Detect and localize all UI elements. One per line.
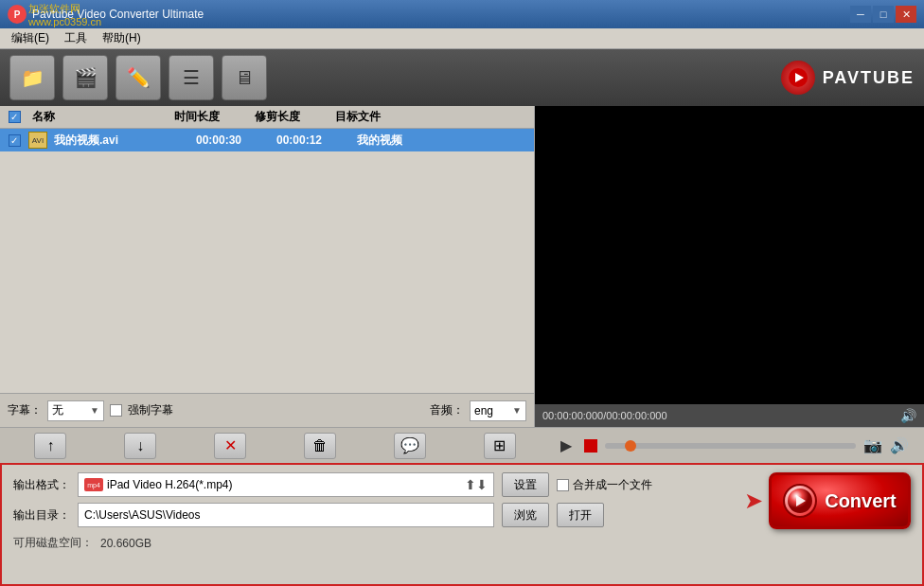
- file-list-body: ✓ AVI 我的视频.avi 00:00:30 00:00:12 我的视频: [0, 129, 534, 393]
- merge-label: 合并成一个文件: [573, 477, 652, 493]
- menu-bar: 编辑(E) 工具 帮助(H): [0, 28, 924, 49]
- move-down-button[interactable]: ↓: [124, 433, 156, 459]
- list-button[interactable]: ☰: [169, 55, 214, 100]
- file-name: 我的视频.avi: [50, 133, 192, 149]
- file-trim: 00:00:12: [273, 133, 353, 147]
- header-trim: 修剪长度: [251, 109, 331, 125]
- file-list-panel: ✓ 名称 时间长度 修剪长度 目标文件 ✓ AVI 我的视频.avi 00:00…: [0, 106, 535, 427]
- remove-button[interactable]: ✕: [214, 433, 246, 459]
- speaker-icon[interactable]: 🔊: [890, 436, 909, 454]
- playback-progress-bar[interactable]: [605, 443, 856, 449]
- open-button[interactable]: 打开: [557, 503, 604, 527]
- main-area: ✓ 名称 时间长度 修剪长度 目标文件 ✓ AVI 我的视频.avi 00:00…: [0, 106, 924, 427]
- format-type-icon: mp4: [84, 478, 103, 491]
- dir-label: 输出目录：: [13, 507, 70, 524]
- output-settings: 输出格式： mp4 iPad Video H.264(*.mp4) ⬆⬇ 设置 …: [13, 472, 720, 551]
- header-check: ✓: [0, 111, 28, 123]
- force-subtitle-checkbox[interactable]: [110, 404, 122, 417]
- disk-space-value: 20.660GB: [100, 535, 151, 550]
- window-controls: ─ □ ✕: [850, 6, 916, 23]
- row-checkbox[interactable]: ✓: [9, 134, 21, 147]
- output-panel: 输出格式： mp4 iPad Video H.264(*.mp4) ⬆⬇ 设置 …: [0, 463, 924, 586]
- close-button[interactable]: ✕: [896, 6, 916, 23]
- subtitle-dropdown-arrow: ▼: [90, 405, 99, 416]
- format-value: iPad Video H.264(*.mp4): [107, 478, 233, 491]
- subtitle-label: 字幕：: [8, 402, 42, 418]
- minimize-button[interactable]: ─: [850, 6, 871, 23]
- grid-button[interactable]: ⊞: [484, 433, 516, 459]
- subtitle-select[interactable]: 无 ▼: [47, 400, 104, 421]
- edit-button[interactable]: ✏️: [116, 55, 161, 100]
- audio-select[interactable]: eng ▼: [470, 400, 526, 421]
- header-duration: 时间长度: [170, 109, 251, 125]
- arrow-icon: ➤: [744, 488, 763, 514]
- format-dropdown-arrow: ⬆⬇: [465, 477, 488, 492]
- move-up-button[interactable]: ↑: [34, 433, 66, 459]
- audio-label: 音频：: [430, 402, 464, 418]
- add-video-button[interactable]: 🎬: [62, 55, 108, 100]
- pavtube-brand-text: PAVTUBE: [823, 68, 915, 88]
- progress-thumb: [625, 440, 636, 452]
- select-all-checkbox[interactable]: ✓: [9, 111, 21, 123]
- video-preview-area: [535, 106, 924, 404]
- dir-value: C:\Users\ASUS\Videos: [84, 508, 201, 522]
- play-button[interactable]: ▶: [556, 435, 577, 456]
- header-name: 名称: [28, 109, 170, 125]
- pavtube-logo-icon: [781, 61, 815, 95]
- time-code: 00:00:00:000/00:00:00:000: [542, 410, 667, 421]
- settings-button[interactable]: 设置: [502, 472, 549, 497]
- playback-controls: ▶ 📷 🔊: [548, 435, 916, 456]
- delete-button[interactable]: 🗑: [304, 433, 336, 459]
- menu-tools[interactable]: 工具: [57, 28, 95, 48]
- file-duration: 00:00:30: [192, 133, 273, 147]
- monitor-button[interactable]: 🖥: [222, 55, 267, 100]
- toolbar: 📁 🎬 ✏️ ☰ 🖥 PAVTUBE: [0, 49, 924, 106]
- subtitle-bar: 字幕： 无 ▼ 强制字幕 音频： eng ▼: [0, 393, 534, 427]
- output-dir-row: 输出目录： C:\Users\ASUS\Videos 浏览 打开: [13, 503, 720, 527]
- app-logo-icon: P: [8, 5, 27, 24]
- table-row[interactable]: ✓ AVI 我的视频.avi 00:00:30 00:00:12 我的视频: [0, 129, 534, 151]
- title-bar: P Pavtube Video Converter Ultimate ─ □ ✕: [0, 0, 924, 28]
- menu-edit[interactable]: 编辑(E): [4, 28, 57, 48]
- pavtube-logo: PAVTUBE: [781, 61, 915, 95]
- dir-input[interactable]: C:\Users\ASUS\Videos: [78, 503, 494, 527]
- format-select[interactable]: mp4 iPad Video H.264(*.mp4) ⬆⬇: [78, 472, 494, 497]
- convert-section: ➤ Convert: [729, 472, 911, 529]
- header-target: 目标文件: [331, 109, 534, 125]
- comment-button[interactable]: 💬: [394, 433, 426, 459]
- merge-check-area: 合并成一个文件: [557, 477, 652, 493]
- file-action-buttons: ↑ ↓ ✕ 🗑 💬 ⊞: [8, 433, 542, 459]
- force-subtitle-label: 强制字幕: [128, 402, 173, 418]
- action-bar: ↑ ↓ ✕ 🗑 💬 ⊞ ▶ 📷 🔊: [0, 427, 924, 463]
- audio-dropdown-arrow: ▼: [512, 405, 522, 416]
- convert-btn-icon: [783, 484, 817, 518]
- file-target: 我的视频: [353, 133, 534, 149]
- open-folder-button[interactable]: 📁: [9, 55, 55, 100]
- preview-time-bar: 00:00:00:000/00:00:00:000 🔊: [535, 404, 924, 427]
- disk-space-label: 可用磁盘空间：: [13, 533, 93, 551]
- preview-panel: 00:00:00:000/00:00:00:000 🔊: [535, 106, 924, 427]
- file-type-icon: AVI: [28, 132, 47, 149]
- disk-space-row: 可用磁盘空间： 20.660GB: [13, 533, 720, 551]
- convert-button-label: Convert: [825, 490, 897, 512]
- stop-button[interactable]: [584, 439, 597, 453]
- maximize-button[interactable]: □: [873, 6, 894, 23]
- format-label: 输出格式：: [13, 477, 70, 493]
- convert-button[interactable]: Convert: [769, 472, 911, 529]
- browse-button[interactable]: 浏览: [502, 503, 549, 527]
- menu-help[interactable]: 帮助(H): [95, 28, 149, 48]
- output-format-row: 输出格式： mp4 iPad Video H.264(*.mp4) ⬆⬇ 设置 …: [13, 472, 720, 497]
- app-title: Pavtube Video Converter Ultimate: [32, 8, 850, 21]
- volume-icon[interactable]: 🔊: [900, 408, 916, 423]
- merge-checkbox[interactable]: [557, 479, 569, 491]
- file-list-header: ✓ 名称 时间长度 修剪长度 目标文件: [0, 106, 534, 129]
- camera-icon[interactable]: 📷: [863, 436, 882, 454]
